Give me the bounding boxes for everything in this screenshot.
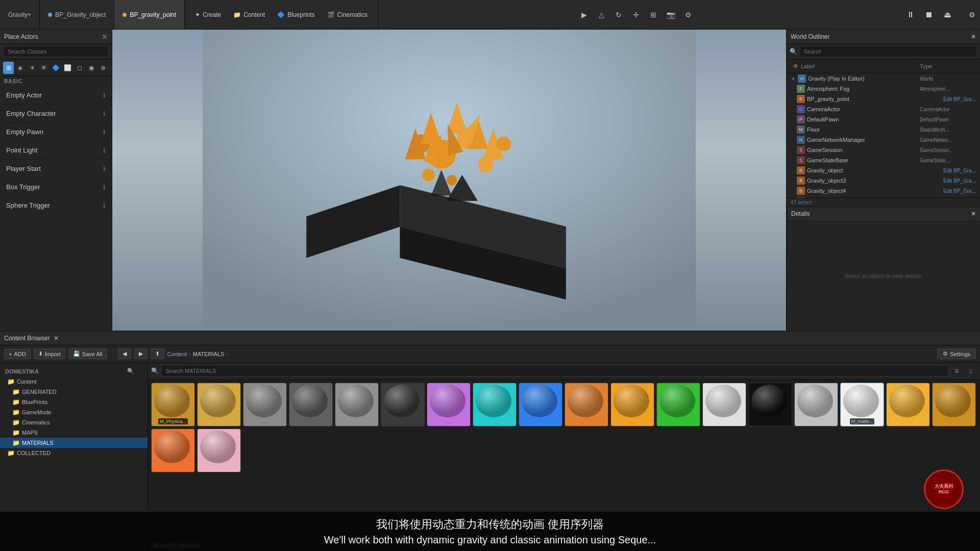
camera-btn[interactable]: 📷 (663, 7, 679, 23)
rotate-tool-btn[interactable]: ↻ (610, 7, 627, 23)
select-tool-btn[interactable]: ▶ (576, 7, 592, 23)
outliner-root-item[interactable]: ▼ W Gravity (Play In Editor) World (787, 73, 980, 84)
actor-empty-pawn[interactable]: Empty Pawn ℹ (0, 123, 112, 141)
outliner-search-input[interactable] (799, 46, 977, 57)
material-thumb-m1[interactable]: M_Physica... (151, 383, 195, 427)
cb-close-btn[interactable]: ✕ (54, 335, 59, 342)
outliner-item-7[interactable]: S GameStateBase GameState... (787, 155, 980, 165)
breadcrumb-content[interactable]: Content (167, 351, 187, 357)
actor-icon-all-btn[interactable]: ⊞ (3, 62, 14, 74)
box-trigger-info-icon[interactable]: ℹ (103, 184, 106, 191)
stop-btn[interactable]: ⏹ (921, 7, 937, 23)
menu-content[interactable]: 📁 Content (228, 8, 270, 21)
point-light-info-icon[interactable]: ℹ (103, 147, 106, 154)
save-all-btn[interactable]: 💾 Save All (68, 348, 107, 359)
add-btn[interactable]: + ADD (4, 349, 31, 359)
material-thumb-m15[interactable] (794, 383, 838, 427)
cb-folder-blueprints[interactable]: 📁 BluePrints (0, 397, 148, 407)
cb-sort-btn[interactable]: ↕ (965, 365, 977, 377)
tab-gravity[interactable]: Gravity+ (0, 0, 40, 29)
cb-filter-btn[interactable]: ≡ (950, 365, 963, 377)
outliner-item-1-edit-btn[interactable]: Edit BP_Gra... (943, 96, 976, 102)
outliner-item-4[interactable]: M Floor StaticMesh... (787, 124, 980, 135)
cb-folder-content[interactable]: 📁 Content (0, 377, 148, 387)
outliner-item-0[interactable]: F Atmospheric Fog Atmospheri... (787, 84, 980, 94)
material-thumb-m12[interactable] (656, 383, 700, 427)
actor-icon-vis-btn[interactable]: 👁 (39, 62, 50, 74)
settings-btn[interactable]: ⚙ (964, 7, 980, 23)
outliner-item-5[interactable]: N GameNetworkManager GameNetwo... (787, 135, 980, 145)
snap-btn[interactable]: ⊞ (645, 7, 662, 23)
actor-icon-vol-btn[interactable]: ⬜ (62, 62, 73, 74)
outliner-item-2[interactable]: C CameraActor CameraActor (787, 104, 980, 114)
actor-icon-bp-btn[interactable]: 🔷 (51, 62, 61, 74)
breadcrumb-materials[interactable]: MATERIALS (193, 351, 225, 357)
actor-icon-actor-btn[interactable]: ◉ (86, 62, 97, 74)
cb-nav-fwd-btn[interactable]: ▶ (134, 348, 148, 359)
tab-bp-gravity-object[interactable]: BP_Gravity_object (40, 0, 114, 29)
material-thumb-m8[interactable] (473, 383, 517, 427)
material-thumb-m5[interactable] (335, 383, 379, 427)
menu-create[interactable]: ✦ Create (190, 8, 226, 21)
cb-folder-materials[interactable]: 📁 MATERIALS (0, 438, 148, 448)
cb-nav-back-btn[interactable]: ◀ (118, 348, 131, 359)
outliner-item-10[interactable]: B Gravity_object4 Edit BP_Gra... (787, 186, 980, 196)
material-thumb-m20[interactable] (197, 429, 241, 472)
outliner-item-8[interactable]: B Gravity_object Edit BP_Gra... (787, 165, 980, 176)
actor-icon-light-btn[interactable]: ☀ (27, 62, 37, 74)
cb-folder-collected[interactable]: 📁 COLLECTED (0, 448, 148, 458)
empty-character-info-icon[interactable]: ℹ (103, 110, 106, 117)
translate-tool-btn[interactable]: △ (593, 7, 609, 23)
outliner-item-9-edit-btn[interactable]: Edit BP_Gra... (943, 178, 976, 184)
menu-cinematics[interactable]: 🎬 Cinematics (322, 8, 373, 21)
material-thumb-m11[interactable] (610, 383, 654, 427)
material-thumb-m14[interactable] (748, 383, 792, 427)
cb-search-input[interactable] (161, 365, 948, 377)
cb-settings-btn[interactable]: ⚙ Settings (937, 348, 976, 359)
material-thumb-m6[interactable] (381, 383, 425, 427)
details-close-btn[interactable]: ✕ (971, 210, 976, 217)
place-actors-close-btn[interactable]: ✕ (102, 33, 108, 41)
import-btn[interactable]: ⬇ Import (34, 348, 65, 359)
cb-folder-gamemode[interactable]: 📁 GameMode (0, 407, 148, 417)
player-start-info-icon[interactable]: ℹ (103, 165, 106, 172)
material-thumb-m19[interactable] (151, 429, 195, 472)
actor-box-trigger[interactable]: Box Trigger ℹ (0, 178, 112, 196)
build-btn[interactable]: ⚙ (680, 7, 696, 23)
actor-icon-trigger-btn[interactable]: ◻ (74, 62, 85, 74)
outliner-item-10-edit-btn[interactable]: Edit BP_Gra... (943, 188, 976, 194)
pause-btn[interactable]: ⏸ (902, 7, 919, 23)
material-thumb-m7[interactable] (427, 383, 471, 427)
material-thumb-m17[interactable] (886, 383, 930, 427)
material-thumb-m4[interactable] (289, 383, 333, 427)
material-thumb-m18[interactable] (932, 383, 976, 427)
material-thumb-m13[interactable] (702, 383, 746, 427)
outliner-item-9[interactable]: B Gravity_object3 Edit BP_Gra... (787, 176, 980, 186)
material-thumb-m9[interactable] (519, 383, 562, 427)
actor-icon-geo-btn[interactable]: ◈ (15, 62, 26, 74)
actor-search-input[interactable] (3, 46, 109, 57)
actor-point-light[interactable]: Point Light ℹ (0, 141, 112, 160)
outliner-item-1[interactable]: B BP_gravity_point Edit BP_Gra... (787, 94, 980, 104)
material-thumb-m16[interactable]: M_matte... (840, 383, 884, 427)
cb-sidebar-search-icon[interactable]: 🔍 (127, 368, 134, 374)
menu-blueprints[interactable]: 🔷 Blueprints (272, 8, 320, 21)
empty-pawn-info-icon[interactable]: ℹ (103, 129, 106, 136)
scale-tool-btn[interactable]: ✛ (628, 7, 644, 23)
outliner-close-btn[interactable]: ✕ (971, 33, 976, 40)
material-thumb-m2[interactable] (197, 383, 241, 427)
sphere-trigger-info-icon[interactable]: ℹ (103, 202, 106, 209)
eject-btn[interactable]: ⏏ (939, 7, 955, 23)
actor-sphere-trigger[interactable]: Sphere Trigger ℹ (0, 196, 112, 215)
tab-bp-gravity-point[interactable]: BP_gravity_point (114, 0, 185, 29)
cb-folder-maps[interactable]: 📁 MAPS (0, 428, 148, 438)
actor-empty-actor[interactable]: Empty Actor ℹ (0, 86, 112, 105)
outliner-item-3[interactable]: P DefaultPawn DefaultPawn (787, 114, 980, 124)
material-thumb-m10[interactable] (565, 383, 608, 427)
actor-empty-character[interactable]: Empty Character ℹ (0, 105, 112, 123)
material-thumb-m3[interactable] (243, 383, 287, 427)
empty-actor-info-icon[interactable]: ℹ (103, 92, 106, 99)
viewport[interactable]: Shift+F1 for Mouse Cursor (112, 30, 786, 331)
cb-nav-up-btn[interactable]: ⬆ (151, 348, 164, 359)
outliner-item-6[interactable]: S GameSession GameSessio... (787, 145, 980, 155)
